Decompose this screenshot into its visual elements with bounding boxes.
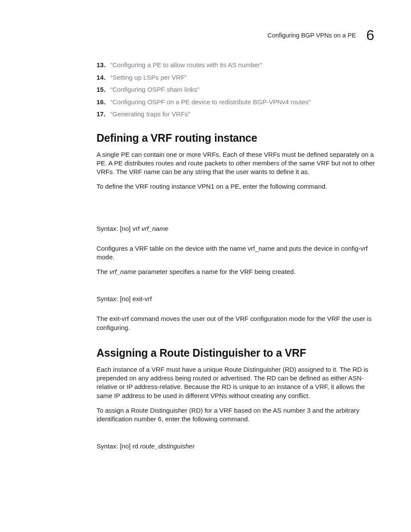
paragraph: To define the VRF routing instance VPN1 … (97, 182, 377, 191)
list-item: 17. “Generating traps for VRFs” (97, 108, 377, 121)
list-item: 14. “Setting up LSPs per VRF” (97, 72, 377, 84)
syntax-variable: route_distinguisher (140, 442, 195, 450)
syntax-label: Syntax: (97, 225, 120, 232)
syntax-command: [no] vrf (120, 225, 141, 232)
paragraph: Configures a VRF table on the device wit… (97, 244, 377, 262)
xref-link[interactable]: “Generating traps for VRFs” (110, 108, 190, 121)
list-item: 15. “Configuring OSPF sham links” (97, 84, 377, 96)
step-number: 15. (97, 84, 107, 96)
syntax-label: Syntax: (97, 295, 120, 302)
syntax-line: Syntax: [no] vrf vrf_name (97, 225, 377, 232)
step-number: 16. (97, 96, 107, 109)
page: Configuring BGP VPNs on a PE 6 13. “Conf… (0, 0, 411, 532)
step-number: 17. (97, 108, 107, 121)
chapter-number: 6 (366, 27, 374, 44)
syntax-line: Syntax: [no] exit-vrf (97, 295, 377, 302)
xref-link[interactable]: “Setting up LSPs per VRF” (110, 72, 187, 84)
running-title: Configuring BGP VPNs on a PE (268, 32, 356, 39)
step-number: 13. (97, 59, 107, 72)
step-list: 13. “Configuring a PE to allow routes wi… (97, 59, 377, 121)
section-heading-defining-vrf: Defining a VRF routing instance (97, 132, 377, 144)
section-heading-assigning-rd: Assigning a Route Distinguisher to a VRF (97, 347, 377, 359)
main-content: 13. “Configuring a PE to allow routes wi… (97, 59, 377, 462)
running-header: Configuring BGP VPNs on a PE 6 (268, 27, 374, 44)
text-run: The (97, 268, 109, 275)
inline-variable: vrf_name (109, 268, 137, 275)
list-item: 13. “Configuring a PE to allow routes wi… (97, 59, 377, 72)
spacer (97, 282, 377, 295)
paragraph: To assign a Route Distinguisher (RD) for… (97, 406, 377, 424)
spacer (97, 429, 377, 442)
paragraph: The vrf_name parameter specifies a name … (97, 268, 377, 276)
list-item: 16. “Configuring OSPF on a PE device to … (97, 96, 377, 109)
syntax-line: Syntax: [no] rd route_distinguisher (97, 442, 377, 450)
syntax-command: [no] rd (120, 442, 140, 450)
xref-link[interactable]: “Configuring OSPF on a PE device to redi… (110, 96, 311, 109)
step-number: 14. (97, 72, 107, 84)
syntax-command: [no] exit-vrf (120, 295, 152, 302)
paragraph: A single PE can contain one or more VRFs… (97, 150, 377, 177)
text-run: parameter specifies a name for the VRF b… (137, 268, 296, 275)
syntax-label: Syntax: (97, 442, 120, 450)
paragraph: Each instance of a VRF must have a uniqu… (97, 365, 377, 400)
xref-link[interactable]: “Configuring a PE to allow routes with i… (110, 59, 262, 72)
syntax-variable: vrf_name (141, 225, 168, 232)
paragraph: The exit-vrf command moves the user out … (97, 314, 377, 332)
xref-link[interactable]: “Configuring OSPF sham links” (110, 84, 199, 96)
spacer (97, 197, 377, 225)
